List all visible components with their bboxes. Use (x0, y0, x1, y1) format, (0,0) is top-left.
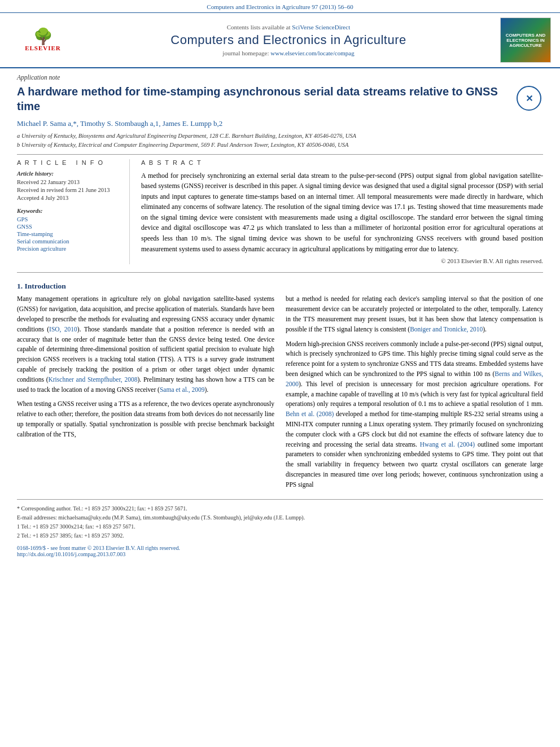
boniger-ref[interactable]: Boniger and Tronicke, 2010 (410, 326, 483, 333)
crossmark-area: ✕ (515, 84, 543, 112)
elsevier-logo-area: 🌳 ELSEVIER (9, 29, 77, 51)
intro-para2: When testing a GNSS receiver using a TTS… (17, 399, 274, 439)
logo-right-text: COMPUTERS AND ELECTRONICS IN AGRICULTURE (501, 33, 550, 48)
article-title: A hardware method for time-stamping asyn… (17, 84, 509, 113)
article-info-heading: A R T I C L E I N F O (17, 159, 120, 166)
intro-col2-para2: Modern high-precision GNSS receivers com… (286, 339, 543, 490)
bottom-links: 0168-1699/$ - see front matter © 2013 El… (17, 545, 543, 557)
doi-link[interactable]: http://dx.doi.org/10.1016/j.compag.2013.… (17, 551, 543, 557)
footnote-star: * Corresponding author. Tel.: +1 859 257… (17, 504, 543, 513)
contents-available-text: Contents lists available at (227, 24, 291, 30)
keywords-list: GPS GNSS Time-stamping Serial communicat… (17, 216, 120, 252)
behn-ref[interactable]: Behn et al. (2008) (286, 410, 334, 417)
journal-header: 🌳 ELSEVIER Contents lists available at S… (0, 13, 560, 68)
affiliation-a-text: a University of Kentucky, Biosystems and… (17, 133, 356, 139)
journal-logo-right: COMPUTERS AND ELECTRONICS IN AGRICULTURE (500, 18, 551, 63)
intro-heading: 1. Introduction (17, 282, 543, 291)
abstract-heading: A B S T R A C T (141, 159, 543, 166)
sciverse-link[interactable]: SciVerse ScienceDirect (292, 24, 350, 30)
tree-icon: 🌳 (33, 29, 53, 45)
intro-para1: Many management operations in agricultur… (17, 294, 274, 395)
keyword-precision-ag: Precision agriculture (17, 246, 120, 252)
app-note-label: Application note (17, 74, 543, 81)
accepted-date: Accepted 4 July 2013 (17, 195, 120, 201)
copyright-line: © 2013 Elsevier B.V. All rights reserved… (141, 257, 543, 264)
keyword-gnss: GNSS (17, 224, 120, 230)
authors-text: Michael P. Sama a,*, Timothy S. Stombaug… (17, 119, 222, 128)
issn-text: 0168-1699/$ - see front matter © 2013 El… (17, 545, 543, 551)
iso-ref[interactable]: ISO, 2010 (49, 326, 77, 333)
elsevier-wordmark: ELSEVIER (25, 45, 61, 51)
abstract-col: A B S T R A C T A method for precisely s… (141, 159, 543, 265)
intro-col2-para1: but a method is needed for relating each… (286, 294, 543, 334)
homepage-label: journal homepage: (222, 50, 269, 56)
berns-ref[interactable]: Berns and Wilkes, 2000 (286, 370, 543, 387)
article-title-row: A hardware method for time-stamping asyn… (17, 84, 543, 113)
history-label: Article history: (17, 171, 120, 177)
journal-homepage: journal homepage: www.elsevier.com/locat… (77, 50, 500, 56)
journal-title: Computers and Electronics in Agriculture (77, 33, 500, 47)
sama2009-ref[interactable]: Sama et al., 2009 (160, 386, 205, 393)
article-info-col: A R T I C L E I N F O Article history: R… (17, 159, 130, 265)
keyword-serial: Serial communication (17, 238, 120, 244)
affiliation-b: b University of Kentucky, Electrical and… (17, 141, 543, 150)
crossmark-icon: ✕ (517, 86, 541, 111)
journal-center: Contents lists available at SciVerse Sci… (77, 24, 500, 56)
main-content: Application note A hardware method for t… (0, 68, 560, 569)
keyword-timestamping: Time-stamping (17, 231, 120, 237)
keyword-gps: GPS (17, 216, 120, 222)
affiliation-a: a University of Kentucky, Biosystems and… (17, 132, 543, 141)
authors: Michael P. Sama a,*, Timothy S. Stombaug… (17, 119, 543, 128)
divider-2 (17, 272, 543, 273)
divider-1 (17, 154, 543, 155)
journal-reference: Computers and Electronics in Agriculture… (0, 0, 560, 13)
krischner-ref[interactable]: Krischner and Stempfhuber, 2008 (48, 376, 137, 383)
received-date: Received 22 January 2013 (17, 179, 120, 185)
revised-date: Received in revised form 21 June 2013 (17, 187, 120, 193)
introduction-section: 1. Introduction Many management operatio… (17, 282, 543, 490)
footnotes: * Corresponding author. Tel.: +1 859 257… (17, 499, 543, 540)
affiliation-b-text: b University of Kentucky, Electrical and… (17, 142, 348, 148)
sciverse-line: Contents lists available at SciVerse Sci… (77, 24, 500, 30)
footnote-2: 2 Tel.: +1 859 257 3895; fax: +1 859 257… (17, 531, 543, 540)
keywords-label: Keywords: (17, 208, 120, 214)
journal-ref-text: Computers and Electronics in Agriculture… (207, 3, 353, 10)
intro-col1: Many management operations in agricultur… (17, 294, 274, 490)
intro-col2: but a method is needed for relating each… (286, 294, 543, 490)
homepage-url[interactable]: www.elsevier.com/locate/compag (270, 50, 354, 56)
affiliations: a University of Kentucky, Biosystems and… (17, 132, 543, 150)
intro-two-col: Many management operations in agricultur… (17, 294, 543, 490)
hwang-ref[interactable]: Hwang et al. (2004) (420, 441, 475, 448)
footnote-1: 1 Tel.: +1 859 257 3000x214; fax: +1 859… (17, 522, 543, 531)
article-info-abstract: A R T I C L E I N F O Article history: R… (17, 159, 543, 265)
footnote-email: E-mail addresses: michaelsama@uky.edu (M… (17, 513, 543, 522)
abstract-text: A method for precisely synchronizing an … (141, 171, 543, 255)
